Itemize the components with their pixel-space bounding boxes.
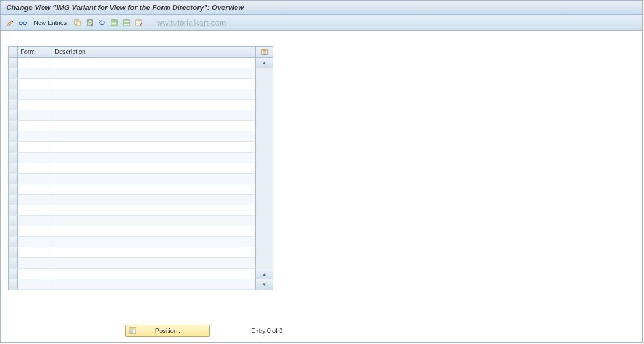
table-row[interactable]: [9, 163, 255, 174]
row-selector[interactable]: [9, 142, 18, 152]
cell-description[interactable]: [52, 89, 255, 99]
cell-form[interactable]: [18, 79, 52, 89]
cell-description[interactable]: [52, 142, 255, 152]
table-row[interactable]: [9, 58, 255, 68]
row-selector[interactable]: [9, 279, 18, 289]
cell-form[interactable]: [18, 68, 52, 78]
cell-description[interactable]: [52, 79, 255, 89]
cell-description[interactable]: [52, 163, 255, 173]
cell-description[interactable]: [52, 247, 255, 257]
table-row[interactable]: [9, 269, 255, 279]
change-icon[interactable]: [5, 17, 16, 28]
select-all-icon[interactable]: [109, 17, 120, 28]
cell-description[interactable]: [52, 226, 255, 236]
row-selector[interactable]: [9, 79, 18, 89]
column-header-form[interactable]: Form: [18, 47, 52, 57]
cell-form[interactable]: [18, 121, 52, 131]
cell-description[interactable]: [52, 68, 255, 78]
row-selector[interactable]: [9, 205, 18, 215]
table-row[interactable]: [9, 153, 255, 163]
table-row[interactable]: [9, 237, 255, 247]
row-selector[interactable]: [9, 89, 18, 99]
row-selector[interactable]: [9, 195, 18, 205]
table-row[interactable]: [9, 226, 255, 237]
table-row[interactable]: [9, 110, 255, 121]
cell-description[interactable]: [52, 153, 255, 163]
table-row[interactable]: [9, 247, 255, 258]
table-row[interactable]: [9, 174, 255, 184]
cell-form[interactable]: [18, 58, 52, 68]
scroll-down-alt-icon[interactable]: ▲: [256, 269, 273, 279]
undo-icon[interactable]: [97, 17, 108, 28]
row-selector[interactable]: [9, 258, 18, 268]
table-row[interactable]: [9, 89, 255, 100]
cell-description[interactable]: [52, 279, 255, 289]
cell-description[interactable]: [52, 58, 255, 68]
glasses-icon[interactable]: [17, 17, 28, 28]
cell-description[interactable]: [52, 110, 255, 120]
cell-form[interactable]: [18, 205, 52, 215]
cell-description[interactable]: [52, 184, 255, 194]
table-config-icon[interactable]: [256, 47, 273, 58]
save-variant-icon[interactable]: [84, 17, 95, 28]
cell-form[interactable]: [18, 131, 52, 141]
table-row[interactable]: [9, 121, 255, 131]
scroll-track[interactable]: [256, 68, 273, 269]
cell-description[interactable]: [52, 195, 255, 205]
table-row[interactable]: [9, 184, 255, 195]
table-row[interactable]: [9, 216, 255, 226]
cell-description[interactable]: [52, 205, 255, 215]
row-selector[interactable]: [9, 269, 18, 279]
cell-description[interactable]: [52, 258, 255, 268]
row-selector[interactable]: [9, 163, 18, 173]
table-row[interactable]: [9, 79, 255, 89]
table-row[interactable]: [9, 205, 255, 216]
row-selector[interactable]: [9, 226, 18, 236]
cell-description[interactable]: [52, 174, 255, 184]
cell-form[interactable]: [18, 279, 52, 289]
select-all-column-header[interactable]: [9, 47, 18, 57]
new-entries-button[interactable]: New Entries: [31, 18, 69, 28]
row-selector[interactable]: [9, 174, 18, 184]
select-block-icon[interactable]: [121, 17, 132, 28]
column-header-description[interactable]: Description: [52, 47, 255, 57]
table-row[interactable]: [9, 131, 255, 142]
table-row[interactable]: [9, 100, 255, 110]
cell-form[interactable]: [18, 226, 52, 236]
deselect-icon[interactable]: [133, 17, 144, 28]
cell-form[interactable]: [18, 258, 52, 268]
table-row[interactable]: [9, 258, 255, 269]
scroll-down-icon[interactable]: ▼: [256, 279, 273, 290]
cell-description[interactable]: [52, 131, 255, 141]
copy-icon[interactable]: [72, 17, 83, 28]
cell-form[interactable]: [18, 184, 52, 194]
table-row[interactable]: [9, 195, 255, 205]
table-row[interactable]: [9, 279, 255, 290]
row-selector[interactable]: [9, 100, 18, 110]
cell-form[interactable]: [18, 195, 52, 205]
cell-form[interactable]: [18, 216, 52, 226]
row-selector[interactable]: [9, 247, 18, 257]
cell-description[interactable]: [52, 237, 255, 247]
cell-form[interactable]: [18, 153, 52, 163]
cell-form[interactable]: [18, 100, 52, 110]
row-selector[interactable]: [9, 216, 18, 226]
row-selector[interactable]: [9, 58, 18, 68]
cell-form[interactable]: [18, 89, 52, 99]
cell-form[interactable]: [18, 269, 52, 279]
cell-form[interactable]: [18, 163, 52, 173]
scroll-up-icon[interactable]: ▲: [256, 58, 273, 68]
table-row[interactable]: [9, 142, 255, 153]
row-selector[interactable]: [9, 121, 18, 131]
cell-form[interactable]: [18, 174, 52, 184]
cell-form[interactable]: [18, 142, 52, 152]
cell-description[interactable]: [52, 269, 255, 279]
table-row[interactable]: [9, 68, 255, 79]
cell-description[interactable]: [52, 100, 255, 110]
cell-description[interactable]: [52, 216, 255, 226]
row-selector[interactable]: [9, 237, 18, 247]
cell-form[interactable]: [18, 237, 52, 247]
row-selector[interactable]: [9, 184, 18, 194]
cell-description[interactable]: [52, 121, 255, 131]
position-button[interactable]: Position...: [125, 325, 210, 337]
